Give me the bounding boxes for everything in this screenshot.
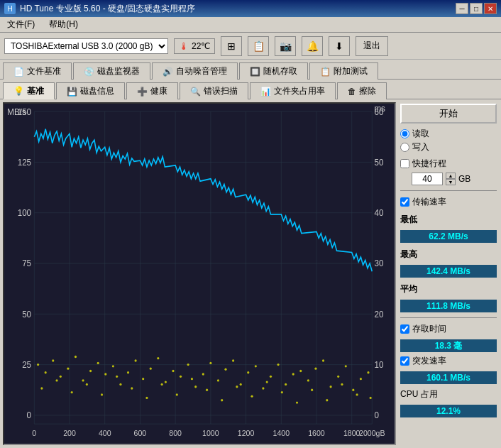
svg-point-51 — [270, 376, 272, 378]
tab-disk-monitor-label: 磁盘监视器 — [97, 65, 140, 77]
svg-point-73 — [161, 383, 163, 386]
tab-error-scan[interactable]: 🔍 错误扫描 — [180, 82, 248, 99]
write-option[interactable]: 写入 — [400, 141, 497, 153]
svg-text:2000gB: 2000gB — [359, 429, 385, 437]
svg-point-76 — [206, 389, 208, 391]
tab-benchmark[interactable]: 💡 基准 — [3, 82, 55, 99]
svg-text:600: 600 — [134, 429, 147, 437]
tab-file-usage[interactable]: 📊 文件夹占用率 — [250, 82, 336, 99]
exit-button[interactable]: 退出 — [356, 36, 388, 56]
transfer-rate-option[interactable]: 传输速率 — [400, 196, 497, 208]
svg-point-57 — [314, 368, 316, 370]
tab-random-access[interactable]: 🔲 随机存取 — [239, 62, 308, 80]
divider-1 — [400, 190, 497, 191]
file-benchmark-icon: 📄 — [13, 67, 24, 77]
tab-error-scan-label: 错误扫描 — [204, 85, 238, 97]
max-value: 142.4 MB/s — [426, 266, 470, 276]
tab-health[interactable]: ➕ 健康 — [126, 82, 178, 99]
svg-text:400: 400 — [99, 429, 111, 437]
avg-label: 平均 — [400, 283, 497, 295]
menu-help[interactable]: 帮助(H) — [46, 17, 81, 32]
minimize-button[interactable]: ─ — [456, 3, 468, 14]
close-button[interactable]: ✕ — [484, 3, 497, 14]
burst-value: 160.1 MB/s — [426, 373, 470, 383]
svg-point-62 — [352, 389, 354, 391]
burst-rate-option[interactable]: 突发速率 — [400, 355, 497, 367]
benchmark-chart: 150 125 100 75 50 25 0 MB/s 60 50 40 30 … — [4, 104, 395, 444]
spin-down-button[interactable]: ▼ — [446, 179, 456, 185]
access-time-option[interactable]: 存取时间 — [400, 323, 497, 335]
tab-file-usage-label: 文件夹占用率 — [274, 85, 325, 97]
toolbar-btn-3[interactable]: 📷 — [275, 36, 296, 56]
gb-unit-label: GB — [458, 174, 470, 184]
device-select[interactable]: TOSHIBAExternal USB 3.0 (2000 gB) — [4, 38, 168, 54]
svg-point-71 — [131, 387, 133, 389]
svg-text:75: 75 — [22, 258, 31, 268]
svg-point-21 — [45, 371, 47, 373]
svg-point-70 — [116, 376, 118, 378]
start-button[interactable]: 开始 — [400, 104, 497, 124]
spin-buttons: ▲ ▼ — [446, 173, 456, 185]
window-title: HD Tune 专业版 5.60 - 硬盘/固态硬盘实用程序 — [20, 3, 195, 15]
avg-value-box: 111.8 MB/s — [400, 300, 497, 312]
menu-bar: 文件(F) 帮助(H) — [0, 17, 501, 33]
svg-point-36 — [157, 357, 159, 359]
tab-disk-monitor[interactable]: 💿 磁盘监视器 — [73, 62, 150, 80]
svg-point-84 — [326, 399, 328, 401]
burst-rate-label: 突发速率 — [412, 355, 446, 367]
tab-file-benchmark[interactable]: 📄 文件基准 — [3, 62, 72, 80]
tab-disk-info[interactable]: 💾 磁盘信息 — [56, 82, 125, 99]
temperature-value: 22℃ — [192, 41, 210, 51]
gb-input[interactable] — [412, 173, 443, 185]
read-write-group: 读取 写入 — [400, 126, 497, 155]
svg-point-38 — [172, 370, 174, 372]
read-option[interactable]: 读取 — [400, 128, 497, 140]
divider-2 — [400, 317, 497, 318]
svg-point-58 — [322, 359, 324, 361]
toolbar-btn-2[interactable]: 📋 — [248, 36, 269, 56]
toolbar-btn-4[interactable]: 🔔 — [302, 36, 323, 56]
error-scan-icon: 🔍 — [190, 87, 201, 97]
svg-point-40 — [187, 364, 189, 366]
svg-point-26 — [82, 379, 84, 381]
svg-point-60 — [337, 376, 339, 378]
svg-point-77 — [221, 399, 223, 401]
maximize-button[interactable]: □ — [470, 3, 483, 14]
quick-prog-option[interactable]: 快捷行程 — [400, 158, 497, 170]
access-time-label: 存取时间 — [412, 323, 446, 335]
menu-file[interactable]: 文件(F) — [4, 17, 38, 32]
svg-text:25: 25 — [22, 360, 31, 370]
read-label: 读取 — [412, 128, 429, 140]
tab-erase[interactable]: 🗑 擦除 — [337, 82, 387, 99]
svg-point-85 — [341, 383, 343, 386]
spin-up-button[interactable]: ▲ — [446, 173, 456, 179]
min-value: 62.2 MB/s — [429, 231, 468, 241]
svg-point-66 — [55, 379, 57, 381]
svg-point-24 — [67, 368, 69, 370]
svg-point-48 — [247, 371, 249, 373]
tab-row-main: 📄 文件基准 💿 磁盘监视器 🔊 自动噪音管理 🔲 随机存取 📋 附加测试 — [0, 60, 501, 80]
tab-extra[interactable]: 📋 附加测试 — [309, 62, 378, 80]
svg-point-86 — [356, 393, 358, 395]
toolbar-btn-1[interactable]: ⊞ — [221, 36, 242, 56]
disk-monitor-icon: 💿 — [84, 67, 94, 77]
svg-point-31 — [119, 383, 121, 386]
toolbar-btn-5[interactable]: ⬇ — [329, 36, 350, 56]
svg-text:MB/s: MB/s — [7, 106, 26, 116]
svg-point-42 — [202, 373, 204, 375]
svg-point-65 — [40, 387, 43, 389]
svg-text:50: 50 — [22, 309, 31, 319]
tab-noise[interactable]: 🔊 自动噪音管理 — [152, 62, 238, 80]
svg-point-46 — [232, 359, 234, 361]
svg-text:1800: 1800 — [343, 429, 360, 437]
svg-point-67 — [71, 391, 73, 393]
svg-point-45 — [224, 368, 226, 371]
tab-disk-info-label: 磁盘信息 — [80, 85, 114, 97]
svg-point-61 — [345, 365, 347, 367]
svg-text:200: 200 — [63, 429, 76, 437]
tab-random-access-label: 随机存取 — [263, 65, 297, 77]
svg-text:ms: ms — [374, 104, 385, 114]
svg-point-59 — [330, 386, 332, 388]
svg-point-25 — [75, 356, 77, 358]
svg-point-78 — [236, 386, 238, 388]
